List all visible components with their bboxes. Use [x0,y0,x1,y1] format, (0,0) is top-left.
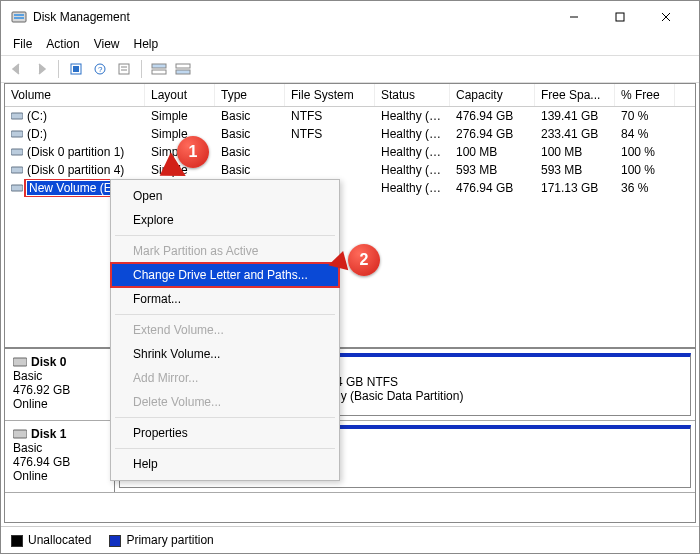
menubar: File Action View Help [1,33,699,55]
legend-primary: Primary partition [109,533,213,547]
close-button[interactable] [643,1,689,33]
cell-status: Healthy (B... [375,125,450,143]
context-menu-item[interactable]: Format... [111,287,339,311]
disk-state: Online [13,397,106,411]
table-row[interactable]: (Disk 0 partition 1) Simple Basic Health… [5,143,695,161]
context-menu-item[interactable]: Help [111,452,339,476]
context-menu-separator [115,314,335,315]
col-status[interactable]: Status [375,84,450,106]
disk-type: Basic [13,369,106,383]
cell-free: 100 MB [535,143,615,161]
view-bottom-button[interactable] [173,59,193,79]
maximize-button[interactable] [597,1,643,33]
callout-1: 1 [177,136,209,168]
context-menu-item[interactable]: Open [111,184,339,208]
drive-icon [11,128,23,140]
svg-rect-14 [152,64,166,68]
back-button [7,59,27,79]
col-freespace[interactable]: Free Spa... [535,84,615,106]
cell-status: Healthy (E... [375,143,450,161]
table-row[interactable]: (D:) Simple Basic NTFS Healthy (B... 276… [5,125,695,143]
svg-rect-20 [11,149,23,155]
cell-volume: (Disk 0 partition 1) [27,145,124,159]
disk-icon [13,356,27,368]
cell-type: Basic [215,161,285,179]
disk-name: Disk 1 [31,427,66,441]
legend-label: Unallocated [28,533,91,547]
menu-file[interactable]: File [7,35,38,53]
menu-view[interactable]: View [88,35,126,53]
col-volume[interactable]: Volume [5,84,145,106]
cell-type: Basic [215,143,285,161]
disk-block-0: Disk 0 Basic 476.92 GB Online c Dat 593 … [5,349,695,421]
cell-capacity: 593 MB [450,161,535,179]
help-button[interactable]: ? [90,59,110,79]
context-menu-separator [115,235,335,236]
menu-action[interactable]: Action [40,35,85,53]
col-capacity[interactable]: Capacity [450,84,535,106]
titlebar: Disk Management [1,1,699,33]
cell-fs: NTFS [285,125,375,143]
disk-type: Basic [13,441,106,455]
context-menu-item: Delete Volume... [111,390,339,414]
menu-help[interactable]: Help [128,35,165,53]
cell-pct: 84 % [615,125,675,143]
disk-size: 476.94 GB [13,455,106,469]
table-row[interactable]: (Disk 0 partition 4) Simple Basic Health… [5,161,695,179]
svg-rect-17 [176,70,190,74]
cell-capacity: 476.94 GB [450,179,535,197]
context-menu-separator [115,448,335,449]
svg-rect-22 [11,185,23,191]
drive-icon [11,182,23,194]
cell-volume: (D:) [27,127,47,141]
forward-button [31,59,51,79]
svg-rect-4 [616,13,624,21]
partition-box[interactable]: (D:) 276.94 GB NTFS Healthy (Basic Data … [299,353,691,416]
context-menu-item: Mark Partition as Active [111,239,339,263]
svg-rect-2 [14,17,24,19]
legend-unallocated: Unallocated [11,533,91,547]
col-pctfree[interactable]: % Free [615,84,675,106]
cell-status: Healthy (P... [375,179,450,197]
disk-state: Online [13,469,106,483]
disk-info-side: Disk 0 Basic 476.92 GB Online [5,349,115,420]
disk-size: 476.92 GB [13,383,106,397]
cell-type: Basic [215,125,285,143]
cell-free: 139.41 GB [535,107,615,125]
table-row-selected[interactable]: New Volume (E:) Simple Basic NTFS Health… [5,179,695,197]
svg-rect-23 [13,358,27,366]
svg-rect-16 [176,64,190,68]
context-menu-item[interactable]: Properties [111,421,339,445]
cell-capacity: 100 MB [450,143,535,161]
svg-rect-11 [119,64,129,74]
context-menu-item[interactable]: Explore [111,208,339,232]
cell-pct: 70 % [615,107,675,125]
context-menu-item[interactable]: Change Drive Letter and Paths... [111,263,339,287]
context-menu: OpenExploreMark Partition as ActiveChang… [110,179,340,481]
cell-capacity: 276.94 GB [450,125,535,143]
window-frame: Disk Management File Action View Help ? [0,0,700,554]
context-menu-item: Extend Volume... [111,318,339,342]
table-row[interactable]: (C:) Simple Basic NTFS Healthy (B... 476… [5,107,695,125]
svg-rect-21 [11,167,23,173]
app-icon [11,9,27,25]
cell-layout: Simple [145,107,215,125]
cell-pct: 100 % [615,143,675,161]
refresh-button[interactable] [66,59,86,79]
context-menu-item: Add Mirror... [111,366,339,390]
col-layout[interactable]: Layout [145,84,215,106]
cell-free: 233.41 GB [535,125,615,143]
volume-table: Volume Layout Type File System Status Ca… [5,84,695,197]
svg-rect-24 [13,430,27,438]
col-filesystem[interactable]: File System [285,84,375,106]
disk-info-side: Disk 1 Basic 476.94 GB Online [5,421,115,492]
minimize-button[interactable] [551,1,597,33]
cell-volume: New Volume (E:) [27,181,121,195]
cell-pct: 36 % [615,179,675,197]
view-top-button[interactable] [149,59,169,79]
properties-button[interactable] [114,59,134,79]
col-type[interactable]: Type [215,84,285,106]
drive-icon [11,146,23,158]
context-menu-item[interactable]: Shrink Volume... [111,342,339,366]
drive-icon [11,110,23,122]
